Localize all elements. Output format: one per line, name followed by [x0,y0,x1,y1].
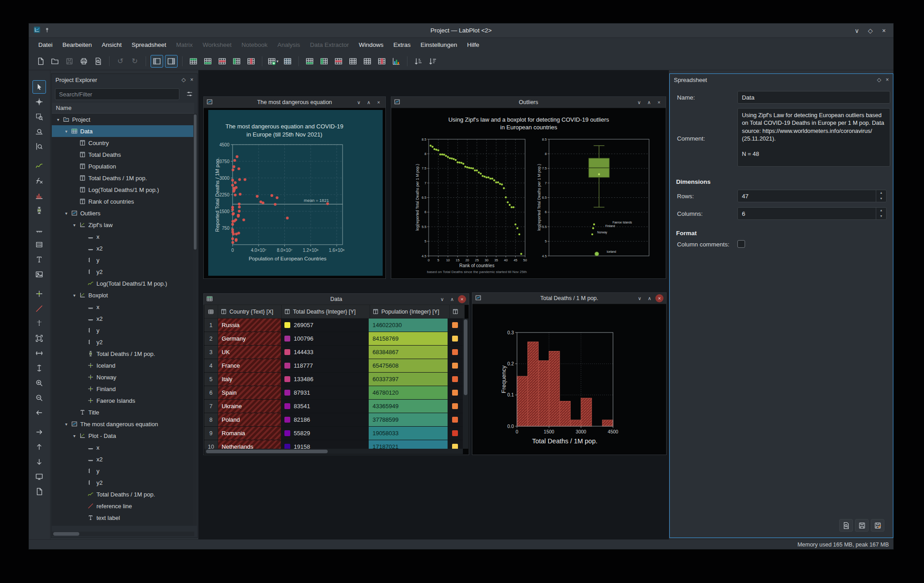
add-reference-line-tool[interactable] [32,302,46,315]
population-cell[interactable]: 68384867 [369,346,448,359]
row-number-cell[interactable]: 2 [204,332,218,346]
columns-spin-up[interactable]: ▴ [876,208,886,214]
auto-scale-y-tool[interactable] [32,361,46,375]
histogram-close-button[interactable]: × [655,294,663,302]
total-deaths-cell[interactable]: 19158 [281,440,369,449]
toggle-properties-dock-button[interactable] [165,55,178,68]
tree-item-population[interactable]: Population [52,160,194,172]
menu-spreadsheet[interactable]: Spreadsheet [127,37,171,52]
columns-spinbox[interactable]: 6 ▴ ▾ [737,207,887,220]
print-button[interactable] [78,55,90,68]
scrollbar-handle[interactable] [194,114,197,250]
tree-item-finland[interactable]: Finland [52,383,194,395]
add-legend-tool[interactable] [32,238,46,251]
population-cell[interactable]: 65475608 [369,359,448,373]
tree-item-outliers[interactable]: ▾Outliers [52,207,194,219]
plot-data-button[interactable] [390,55,403,68]
column-comments-checkbox[interactable] [737,240,745,248]
tree-item-y2[interactable]: y2 [52,477,194,488]
row-number-cell[interactable]: 6 [204,386,218,400]
rate-cell[interactable] [448,332,463,346]
outliers-restore-button[interactable]: ∧ [645,98,653,106]
rows-spin-down[interactable]: ▾ [876,196,886,202]
row-number-cell[interactable]: 9 [204,427,218,440]
column-header-country-text-x[interactable]: Country {Text} [X] [218,305,282,319]
tree-item-x[interactable]: x [52,442,194,453]
table-row[interactable]: 7Ukraine8354143365949 [204,400,463,413]
tree-item-y2[interactable]: y2 [52,266,194,278]
country-cell[interactable]: France [218,359,281,373]
data-spreadsheet-minimize-button[interactable]: ∨ [438,295,446,303]
histogram-window[interactable]: Total Deaths / 1 M pop. ∨ ∧ × 0150030004… [472,292,667,455]
country-cell[interactable]: Italy [218,373,281,386]
rate-cell[interactable] [448,386,463,400]
tree-item-y[interactable]: y [52,465,194,477]
table-vertical-scrollbar[interactable] [463,319,468,449]
column-header-item[interactable] [450,305,465,319]
row-number-cell[interactable]: 5 [204,373,218,386]
sort-ascending-button[interactable] [412,55,425,68]
new-matrix-button[interactable] [281,55,294,68]
export-button[interactable] [839,519,853,532]
tree-item-faeroe-islands[interactable]: Faeroe Islands [52,395,194,406]
add-boxplot-tool[interactable] [32,204,46,217]
dangerous-equation-close-button[interactable]: × [375,98,383,106]
tree-item-title[interactable]: Title [52,406,194,418]
population-cell[interactable]: 46780120 [369,386,448,400]
total-deaths-cell[interactable]: 144433 [281,346,369,359]
tree-item-y2[interactable]: y2 [52,336,194,348]
go-to-cell-button[interactable] [347,55,359,68]
total-deaths-cell[interactable]: 55829 [281,427,369,440]
tree-item-log-total-deaths-1-m-pop[interactable]: Log(Total Deaths/1 M pop.) [52,278,194,289]
tree-item-y[interactable]: y [52,324,194,336]
scrollbar-handle[interactable] [206,450,328,453]
tree-item-item[interactable] [52,524,194,526]
histogram-titlebar[interactable]: Total Deaths / 1 M pop. ∨ ∧ × [472,293,666,304]
clear-rows-button[interactable] [332,55,345,68]
table-row[interactable]: 1Russia269057146022030 [204,319,463,332]
menu-bearbeiten[interactable]: Bearbeiten [58,37,97,52]
outliers-window[interactable]: Outliers ∨ ∧ × Using Zipf's law and a bo… [391,96,666,279]
export-worksheet-tool[interactable] [32,485,46,498]
tree-item-x[interactable]: x [52,301,194,313]
table-row[interactable]: 6Spain8793146780120 [204,386,463,400]
save-as-button[interactable] [871,519,884,532]
select-mode-tool[interactable] [32,80,46,94]
dangerous-equation-restore-button[interactable]: ∧ [365,98,373,106]
tree-item-x2[interactable]: x2 [52,242,194,254]
country-cell[interactable]: Romania [218,427,281,440]
pin-icon[interactable] [44,27,50,34]
tree-item-boxplot[interactable]: ▾Boxplot [52,289,194,301]
filter-icon[interactable] [186,91,193,99]
tree-column-header[interactable]: Name [52,103,194,114]
tree-item-total-deaths-1m-pop[interactable]: Total Deaths / 1M pop. [52,172,194,184]
menu-einstellungen[interactable]: Einstellungen [416,37,462,52]
tree-item-text-label[interactable]: text label [52,512,194,524]
dangerous-equation-minimize-button[interactable]: ∨ [355,98,363,106]
population-cell[interactable]: 146022030 [369,319,448,332]
tree-item-norway[interactable]: Norway [52,371,194,383]
add-columns-button[interactable] [318,55,330,68]
tree-item-data[interactable]: ▾Data [52,125,194,137]
table-row[interactable]: 9Romania5582919058033 [204,427,463,440]
expander-icon[interactable]: ▾ [63,129,70,134]
row-number-cell[interactable]: 7 [204,400,218,413]
save-project-button[interactable] [63,55,76,68]
tree-item-total-deaths-1m-pop[interactable]: Total Deaths / 1M pop. [52,488,194,500]
rate-cell[interactable] [448,373,463,386]
insert-column-left-button[interactable] [230,55,243,68]
population-cell[interactable]: 19058033 [369,427,448,440]
shift-up-y-tool[interactable] [32,440,46,454]
outliers-minimize-button[interactable]: ∨ [635,98,643,106]
outliers-plot-area[interactable]: Using Zipf's law and a boxplot for detec… [392,108,665,278]
table-row[interactable]: 2Germany10079684158769 [204,332,463,346]
zoom-out-tool[interactable] [32,391,46,405]
tree-item-zipf-s-law[interactable]: ▾Zipf's law [52,219,194,231]
menu-extras[interactable]: Extras [389,37,416,52]
dock-close-icon[interactable]: × [886,77,889,83]
population-cell[interactable]: 43365949 [369,400,448,413]
table-row[interactable]: 10Netherlands1915817187021 [204,440,463,449]
histogram-minimize-button[interactable]: ∨ [636,294,644,302]
histogram-restore-button[interactable]: ∧ [645,294,654,302]
total-deaths-cell[interactable]: 83541 [281,400,369,413]
